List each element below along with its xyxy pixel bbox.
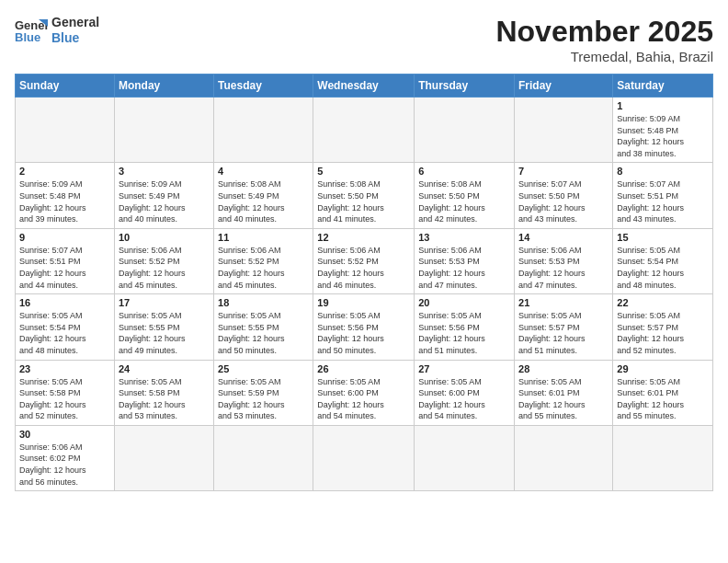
day-info: Sunrise: 5:05 AM Sunset: 5:58 PM Dayligh… [19, 376, 110, 422]
day-number: 13 [418, 232, 510, 243]
day-info: Sunrise: 5:06 AM Sunset: 5:52 PM Dayligh… [218, 245, 309, 291]
location-text: Tremedal, Bahia, Brazil [495, 49, 713, 64]
calendar-header-friday: Friday [515, 75, 613, 98]
day-info: Sunrise: 5:05 AM Sunset: 5:57 PM Dayligh… [518, 310, 609, 356]
logo: General Blue General Blue [15, 15, 99, 46]
day-info: Sunrise: 5:05 AM Sunset: 5:56 PM Dayligh… [418, 310, 510, 356]
day-info: Sunrise: 5:07 AM Sunset: 5:51 PM Dayligh… [19, 245, 110, 291]
calendar-cell [515, 425, 613, 490]
calendar-header-row: SundayMondayTuesdayWednesdayThursdayFrid… [16, 75, 713, 98]
day-info: Sunrise: 5:05 AM Sunset: 5:55 PM Dayligh… [119, 310, 210, 356]
calendar-header-tuesday: Tuesday [214, 75, 313, 98]
day-number: 21 [518, 297, 609, 308]
day-info: Sunrise: 5:06 AM Sunset: 5:52 PM Dayligh… [119, 245, 210, 291]
calendar-cell [16, 98, 115, 163]
calendar-week-row: 9Sunrise: 5:07 AM Sunset: 5:51 PM Daylig… [16, 228, 713, 293]
day-number: 11 [218, 232, 309, 243]
day-number: 17 [119, 297, 210, 308]
logo-icon: General Blue [15, 17, 48, 43]
calendar-week-row: 30Sunrise: 5:06 AM Sunset: 6:02 PM Dayli… [16, 425, 713, 490]
day-number: 18 [218, 297, 309, 308]
calendar-week-row: 1Sunrise: 5:09 AM Sunset: 5:48 PM Daylig… [16, 98, 713, 163]
calendar-cell: 27Sunrise: 5:05 AM Sunset: 6:00 PM Dayli… [415, 360, 515, 425]
day-number: 20 [418, 297, 510, 308]
day-number: 12 [317, 232, 410, 243]
day-info: Sunrise: 5:07 AM Sunset: 5:51 PM Dayligh… [617, 178, 709, 224]
calendar-week-row: 16Sunrise: 5:05 AM Sunset: 5:54 PM Dayli… [16, 294, 713, 360]
day-number: 3 [119, 166, 210, 177]
day-number: 25 [218, 363, 309, 374]
calendar-cell [313, 425, 415, 490]
calendar-cell: 7Sunrise: 5:07 AM Sunset: 5:50 PM Daylig… [515, 163, 613, 228]
day-info: Sunrise: 5:05 AM Sunset: 5:54 PM Dayligh… [617, 245, 709, 291]
day-number: 27 [418, 363, 510, 374]
calendar-cell: 23Sunrise: 5:05 AM Sunset: 5:58 PM Dayli… [16, 360, 115, 425]
day-number: 16 [19, 297, 110, 308]
day-number: 26 [317, 363, 410, 374]
calendar-cell: 26Sunrise: 5:05 AM Sunset: 6:00 PM Dayli… [313, 360, 415, 425]
calendar-week-row: 2Sunrise: 5:09 AM Sunset: 5:48 PM Daylig… [16, 163, 713, 228]
day-info: Sunrise: 5:06 AM Sunset: 5:53 PM Dayligh… [518, 245, 609, 291]
calendar-header-wednesday: Wednesday [313, 75, 415, 98]
day-info: Sunrise: 5:09 AM Sunset: 5:49 PM Dayligh… [119, 178, 210, 224]
day-number: 22 [617, 297, 709, 308]
day-info: Sunrise: 5:05 AM Sunset: 6:01 PM Dayligh… [518, 376, 609, 422]
calendar-week-row: 23Sunrise: 5:05 AM Sunset: 5:58 PM Dayli… [16, 360, 713, 425]
day-number: 1 [617, 100, 709, 111]
calendar-cell: 1Sunrise: 5:09 AM Sunset: 5:48 PM Daylig… [613, 98, 713, 163]
calendar-cell: 25Sunrise: 5:05 AM Sunset: 5:59 PM Dayli… [214, 360, 313, 425]
day-number: 5 [317, 166, 410, 177]
calendar-cell [214, 98, 313, 163]
calendar-cell: 16Sunrise: 5:05 AM Sunset: 5:54 PM Dayli… [16, 294, 115, 360]
day-info: Sunrise: 5:05 AM Sunset: 5:55 PM Dayligh… [218, 310, 309, 356]
day-number: 4 [218, 166, 309, 177]
day-number: 29 [617, 363, 709, 374]
calendar-cell: 14Sunrise: 5:06 AM Sunset: 5:53 PM Dayli… [515, 228, 613, 293]
calendar-cell: 18Sunrise: 5:05 AM Sunset: 5:55 PM Dayli… [214, 294, 313, 360]
day-info: Sunrise: 5:05 AM Sunset: 5:58 PM Dayligh… [119, 376, 210, 422]
day-info: Sunrise: 5:05 AM Sunset: 6:00 PM Dayligh… [317, 376, 410, 422]
calendar-cell [114, 98, 213, 163]
logo-general-text: General [51, 15, 99, 30]
calendar-cell: 17Sunrise: 5:05 AM Sunset: 5:55 PM Dayli… [114, 294, 213, 360]
day-info: Sunrise: 5:05 AM Sunset: 5:59 PM Dayligh… [218, 376, 309, 422]
calendar-cell [415, 98, 515, 163]
day-info: Sunrise: 5:06 AM Sunset: 5:53 PM Dayligh… [418, 245, 510, 291]
day-number: 10 [119, 232, 210, 243]
day-number: 6 [418, 166, 510, 177]
day-info: Sunrise: 5:06 AM Sunset: 5:52 PM Dayligh… [317, 245, 410, 291]
calendar-cell [515, 98, 613, 163]
calendar-cell: 9Sunrise: 5:07 AM Sunset: 5:51 PM Daylig… [16, 228, 115, 293]
day-number: 19 [317, 297, 410, 308]
day-number: 28 [518, 363, 609, 374]
calendar-cell: 29Sunrise: 5:05 AM Sunset: 6:01 PM Dayli… [613, 360, 713, 425]
day-info: Sunrise: 5:05 AM Sunset: 6:01 PM Dayligh… [617, 376, 709, 422]
calendar-cell [613, 425, 713, 490]
day-number: 23 [19, 363, 110, 374]
day-number: 7 [518, 166, 609, 177]
page-header: General Blue General Blue November 2025 … [15, 15, 713, 64]
calendar-cell: 24Sunrise: 5:05 AM Sunset: 5:58 PM Dayli… [114, 360, 213, 425]
month-title: November 2025 [495, 15, 713, 49]
day-number: 2 [19, 166, 110, 177]
calendar-cell: 4Sunrise: 5:08 AM Sunset: 5:49 PM Daylig… [214, 163, 313, 228]
calendar-cell: 21Sunrise: 5:05 AM Sunset: 5:57 PM Dayli… [515, 294, 613, 360]
calendar-cell: 5Sunrise: 5:08 AM Sunset: 5:50 PM Daylig… [313, 163, 415, 228]
day-number: 30 [19, 429, 110, 440]
day-info: Sunrise: 5:09 AM Sunset: 5:48 PM Dayligh… [617, 113, 709, 159]
calendar-cell: 22Sunrise: 5:05 AM Sunset: 5:57 PM Dayli… [613, 294, 713, 360]
calendar-cell [214, 425, 313, 490]
calendar-header-saturday: Saturday [613, 75, 713, 98]
day-info: Sunrise: 5:08 AM Sunset: 5:50 PM Dayligh… [317, 178, 410, 224]
calendar-cell: 20Sunrise: 5:05 AM Sunset: 5:56 PM Dayli… [415, 294, 515, 360]
calendar-header-monday: Monday [114, 75, 213, 98]
day-info: Sunrise: 5:05 AM Sunset: 5:57 PM Dayligh… [617, 310, 709, 356]
calendar-cell: 11Sunrise: 5:06 AM Sunset: 5:52 PM Dayli… [214, 228, 313, 293]
calendar-cell: 12Sunrise: 5:06 AM Sunset: 5:52 PM Dayli… [313, 228, 415, 293]
day-info: Sunrise: 5:07 AM Sunset: 5:50 PM Dayligh… [518, 178, 609, 224]
day-info: Sunrise: 5:09 AM Sunset: 5:48 PM Dayligh… [19, 178, 110, 224]
calendar-header-thursday: Thursday [415, 75, 515, 98]
calendar-cell: 19Sunrise: 5:05 AM Sunset: 5:56 PM Dayli… [313, 294, 415, 360]
calendar-cell: 15Sunrise: 5:05 AM Sunset: 5:54 PM Dayli… [613, 228, 713, 293]
calendar-table: SundayMondayTuesdayWednesdayThursdayFrid… [15, 74, 713, 491]
